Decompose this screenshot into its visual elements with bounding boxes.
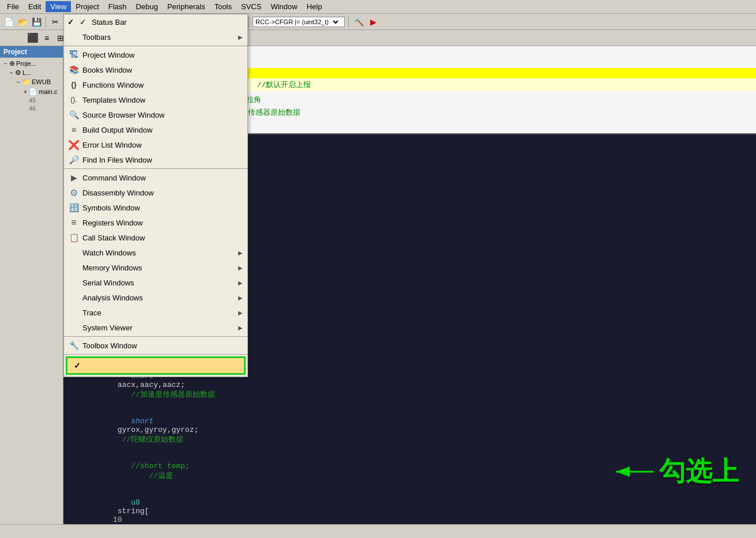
menu-tools[interactable]: Tools bbox=[210, 1, 236, 12]
toolbar-open[interactable]: 📂 bbox=[16, 16, 29, 28]
menu-item-templates-window[interactable]: (). Templates Window bbox=[64, 92, 247, 107]
sidebar-title: Project bbox=[0, 46, 63, 58]
menu-label-system-viewer: System Viewer bbox=[82, 323, 238, 332]
toolbar-build[interactable]: 🔨 bbox=[352, 16, 365, 28]
sidebar-item-project[interactable]: − ⊕ Proje... bbox=[1, 59, 62, 68]
toolbox-icon: 🔧 bbox=[69, 340, 79, 351]
menu-project[interactable]: Project bbox=[71, 1, 103, 12]
menu-label-templates-window: Templates Window bbox=[82, 96, 243, 104]
menu-edit[interactable]: Edit bbox=[24, 1, 46, 12]
menu-item-watch-windows[interactable]: Watch Windows ▶ bbox=[64, 245, 247, 260]
books-window-icon: 📚 bbox=[69, 65, 79, 75]
checkmark-icon: ✓ bbox=[78, 17, 88, 27]
menu-item-status-bar[interactable]: ✓ Status Bar bbox=[64, 14, 247, 29]
code-line-comment-temp: //short temp; //温度 bbox=[68, 453, 751, 490]
sidebar-line-num: 45 bbox=[29, 97, 36, 104]
menu-item-memory-windows[interactable]: Memory Windows ▶ bbox=[64, 260, 247, 275]
serial-arrow-icon: ▶ bbox=[238, 280, 243, 286]
menu-item-call-stack[interactable]: 📋 Call Stack Window bbox=[64, 230, 247, 245]
menu-item-periodic-update[interactable]: ✓ bbox=[67, 358, 244, 373]
menu-item-build-output[interactable]: ≡ Build Output Window bbox=[64, 122, 247, 137]
menu-item-books-window[interactable]: 📚 Books Window bbox=[64, 62, 247, 77]
sidebar-line-num2: 46 bbox=[29, 105, 36, 112]
toolbar-save[interactable]: 💾 bbox=[30, 16, 43, 28]
menu-file[interactable]: File bbox=[2, 1, 24, 12]
sidebar-item-line45[interactable]: 45 bbox=[1, 96, 62, 104]
menu-flash[interactable]: Flash bbox=[104, 1, 131, 12]
menu-label-error-list: Error List Window bbox=[82, 141, 243, 149]
menu-label-toolbox: Toolbox Window bbox=[82, 341, 243, 350]
toolbar-sep1 bbox=[46, 16, 46, 28]
menu-label-build-output: Build Output Window bbox=[82, 126, 243, 134]
memory-icon bbox=[69, 262, 79, 273]
menu-label-registers: Registers Window bbox=[82, 219, 243, 227]
sidebar-label-main: main.c bbox=[39, 88, 57, 95]
menu-item-command[interactable]: ▶ Command Window bbox=[64, 170, 247, 185]
statusbar bbox=[0, 524, 756, 538]
toolbar-sep5 bbox=[249, 16, 249, 28]
menu-label-memory-windows: Memory Windows bbox=[82, 264, 238, 272]
menu-item-symbols[interactable]: 🔣 Symbols Window bbox=[64, 200, 247, 215]
toolbar2-btn1[interactable]: ⬛ bbox=[27, 32, 39, 44]
menu-item-functions-window[interactable]: {} Functions Window bbox=[64, 77, 247, 92]
menu-debug[interactable]: Debug bbox=[131, 1, 163, 12]
menu-sep-1 bbox=[64, 46, 247, 46]
file-icon: 📄 bbox=[29, 88, 37, 96]
menu-label-functions-window: Functions Window bbox=[82, 81, 243, 89]
menu-label-books-window: Books Window bbox=[82, 66, 243, 74]
menu-window[interactable]: Window bbox=[266, 1, 302, 12]
menu-item-toolbars[interactable]: Toolbars ▶ bbox=[64, 29, 247, 44]
menu-item-find-files[interactable]: 🔎 Find In Files Window bbox=[64, 152, 247, 167]
sidebar-item-ewub[interactable]: − 📁 EWUB bbox=[1, 77, 62, 86]
menu-label-source-browser: Source Browser Window bbox=[82, 111, 243, 119]
menu-sep-4 bbox=[64, 354, 247, 355]
menu-label-command: Command Window bbox=[82, 174, 243, 182]
system-viewer-icon bbox=[69, 322, 79, 333]
menu-view[interactable]: View bbox=[46, 1, 71, 12]
menu-item-trace[interactable]: Trace ▶ bbox=[64, 305, 247, 320]
menu-peripherals[interactable]: Peripherals bbox=[163, 1, 210, 12]
build-output-icon: ≡ bbox=[69, 125, 79, 135]
menu-label-serial-windows: Serial Windows bbox=[82, 279, 238, 287]
functions-window-icon: {} bbox=[69, 80, 79, 90]
trace-arrow-icon: ▶ bbox=[238, 310, 243, 316]
call-stack-icon: 📋 bbox=[69, 232, 79, 243]
toolbar-new[interactable]: 📄 bbox=[2, 16, 15, 28]
menu-item-project-window[interactable]: 🏗 Project Window bbox=[64, 47, 247, 62]
menu-item-source-browser[interactable]: 🔍 Source Browser Window bbox=[64, 107, 247, 122]
source-browser-icon: 🔍 bbox=[69, 110, 79, 120]
L-icon: ⚙ bbox=[15, 69, 21, 77]
error-list-icon: ❌ bbox=[69, 140, 79, 150]
menu-item-system-viewer[interactable]: System Viewer ▶ bbox=[64, 320, 247, 335]
code-content-string: u8 string[ 10 ] = { 0 }; bbox=[68, 490, 751, 524]
sidebar-item-main[interactable]: + 📄 main.c bbox=[1, 86, 62, 96]
sidebar-label-ewub: EWUB bbox=[32, 78, 51, 85]
menu-help[interactable]: Help bbox=[302, 1, 327, 12]
menu-item-toolbox[interactable]: 🔧 Toolbox Window bbox=[64, 338, 247, 353]
serial-icon bbox=[69, 277, 79, 288]
menu-item-error-list[interactable]: ❌ Error List Window bbox=[64, 137, 247, 152]
system-viewer-arrow-icon: ▶ bbox=[238, 325, 243, 331]
menu-svcs[interactable]: SVCS bbox=[236, 1, 266, 12]
menu-item-disassembly[interactable]: ⚙ Disassembly Window bbox=[64, 185, 247, 200]
menu-label-watch-windows: Watch Windows bbox=[82, 249, 238, 257]
project-icon: ⊕ bbox=[9, 59, 15, 67]
memory-arrow-icon: ▶ bbox=[238, 265, 243, 271]
menu-item-registers[interactable]: ≡ Registers Window bbox=[64, 215, 247, 230]
expression-select[interactable] bbox=[329, 18, 340, 26]
menu-item-analysis-windows[interactable]: Analysis Windows ▶ bbox=[64, 290, 247, 305]
menu-item-serial-windows[interactable]: Serial Windows ▶ bbox=[64, 275, 247, 290]
expand-icon: − bbox=[2, 61, 9, 67]
toolbar-debug[interactable]: ▶ bbox=[367, 16, 379, 28]
command-icon: ▶ bbox=[69, 172, 79, 183]
sidebar-item-line46[interactable]: 46 bbox=[1, 104, 62, 112]
sidebar-item-L[interactable]: − ⚙ L... bbox=[1, 68, 62, 77]
toolbars-arrow-icon: ▶ bbox=[238, 34, 243, 40]
sidebar: Project − ⊕ Proje... − ⚙ L... − 📁 EWUB +… bbox=[0, 46, 63, 524]
toolbar2-btn2[interactable]: ≡ bbox=[40, 32, 53, 44]
menu-label-disassembly: Disassembly Window bbox=[82, 189, 243, 197]
toolbar-cut[interactable]: ✂ bbox=[49, 16, 62, 28]
trace-icon bbox=[69, 307, 79, 318]
expression-input[interactable]: RCC->CFGR |= (uint32_t) bbox=[253, 17, 345, 27]
analysis-icon bbox=[69, 292, 79, 303]
